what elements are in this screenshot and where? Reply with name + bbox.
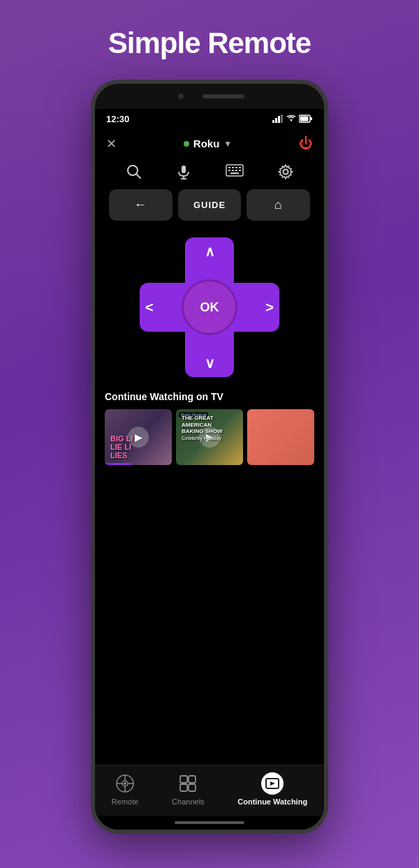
svg-marker-36 <box>270 781 275 786</box>
app-content: ✕ Roku ▼ ⏻ <box>95 128 324 830</box>
dpad-down-button[interactable]: ∨ <box>205 355 215 372</box>
status-icons <box>272 115 313 123</box>
gear-icon <box>278 164 293 179</box>
remote-nav-label: Remote <box>112 797 139 806</box>
dpad: ∧ ∨ < > OK <box>140 237 279 377</box>
search-button[interactable] <box>126 164 142 179</box>
svg-rect-10 <box>182 165 186 173</box>
dpad-up-button[interactable]: ∧ <box>205 243 215 260</box>
phone-device: 12:30 ✕ <box>91 80 328 834</box>
svg-rect-22 <box>230 172 239 174</box>
channels-nav-label: Channels <box>172 797 204 806</box>
thumbnail-label-bll: BIG LILIE LILIES <box>110 434 133 459</box>
nav-item-continue-watching[interactable]: Continue Watching <box>237 772 307 806</box>
home-bar <box>175 821 244 824</box>
search-icon <box>126 164 142 179</box>
chevron-down-icon: ▼ <box>223 139 232 149</box>
phone-dot <box>178 94 184 99</box>
top-bar: ✕ Roku ▼ ⏻ <box>95 128 324 159</box>
device-online-dot <box>184 141 189 147</box>
status-time: 12:30 <box>106 114 129 124</box>
phone-speaker <box>203 94 244 98</box>
continue-watching-section: Continue Watching on TV ▶ BIG LILIE LILI… <box>95 384 324 765</box>
mic-button[interactable] <box>176 164 191 179</box>
thumbnails-row: ▶ BIG LILIE LILIES Roku Original ▶ THE G… <box>105 409 314 465</box>
settings-button[interactable] <box>278 164 293 179</box>
svg-rect-15 <box>232 167 234 168</box>
dpad-container: ∧ ∨ < > OK <box>95 225 324 384</box>
device-name: Roku <box>193 138 220 149</box>
keyboard-icon <box>226 164 244 177</box>
nav-item-remote[interactable]: Remote <box>112 772 139 806</box>
back-button[interactable]: ← <box>109 189 172 221</box>
page-title: Simple Remote <box>108 27 311 60</box>
remote-icon <box>116 774 134 793</box>
mic-icon <box>176 164 191 179</box>
nav-buttons-row: ← GUIDE ⌂ <box>95 185 324 225</box>
phone-top <box>95 84 324 109</box>
thumbnail-big-little-lies[interactable]: ▶ BIG LILIE LILIES <box>105 409 172 465</box>
svg-point-30 <box>124 782 126 785</box>
svg-rect-18 <box>228 170 230 171</box>
svg-rect-1 <box>275 118 277 123</box>
close-button[interactable]: ✕ <box>106 136 117 152</box>
thumbnail-label-baking: THE GREATAMERICANBAKING SHOWCelebrity Ho… <box>182 415 223 441</box>
svg-rect-19 <box>232 170 234 171</box>
device-selector[interactable]: Roku ▼ <box>184 138 232 149</box>
continue-watching-nav-icon <box>261 772 284 795</box>
svg-rect-2 <box>278 116 280 123</box>
nav-item-channels[interactable]: Channels <box>172 772 204 806</box>
continue-watching-nav-label: Continue Watching <box>237 797 307 806</box>
svg-point-23 <box>283 170 288 175</box>
progress-bar-bll <box>105 463 131 465</box>
power-button[interactable]: ⏻ <box>299 135 313 152</box>
svg-line-9 <box>136 174 140 178</box>
home-button[interactable]: ⌂ <box>247 189 310 221</box>
status-bar: 12:30 <box>95 109 324 128</box>
svg-rect-6 <box>310 117 312 120</box>
thumbnail-third-show[interactable] <box>247 409 314 465</box>
icon-row <box>95 159 324 185</box>
wifi-icon <box>286 115 296 123</box>
battery-icon <box>299 115 313 123</box>
svg-rect-20 <box>235 170 237 171</box>
svg-rect-31 <box>180 776 187 783</box>
bottom-nav: Remote Channels <box>95 765 324 816</box>
svg-rect-21 <box>239 170 241 171</box>
svg-rect-33 <box>180 784 187 791</box>
channels-nav-icon <box>177 772 199 795</box>
svg-rect-17 <box>239 167 241 168</box>
dpad-left-button[interactable]: < <box>145 300 154 316</box>
remote-nav-icon <box>114 772 136 795</box>
svg-rect-14 <box>228 167 230 168</box>
svg-rect-7 <box>300 117 309 122</box>
channels-icon <box>179 774 197 793</box>
svg-rect-32 <box>189 776 196 783</box>
guide-button[interactable]: GUIDE <box>178 189 242 221</box>
thumbnail-baking-show[interactable]: Roku Original ▶ THE GREATAMERICANBAKING … <box>176 409 243 465</box>
keyboard-button[interactable] <box>226 164 244 179</box>
signal-icon <box>272 115 284 123</box>
continue-watching-title: Continue Watching on TV <box>105 391 314 402</box>
dpad-ok-button[interactable]: OK <box>182 279 237 335</box>
svg-marker-4 <box>290 119 293 122</box>
dpad-right-button[interactable]: > <box>265 300 274 316</box>
continue-watching-icon <box>265 776 280 791</box>
home-indicator <box>95 816 324 830</box>
svg-rect-34 <box>189 784 196 791</box>
svg-rect-16 <box>235 167 237 168</box>
svg-rect-0 <box>272 120 274 123</box>
svg-rect-3 <box>281 115 283 123</box>
